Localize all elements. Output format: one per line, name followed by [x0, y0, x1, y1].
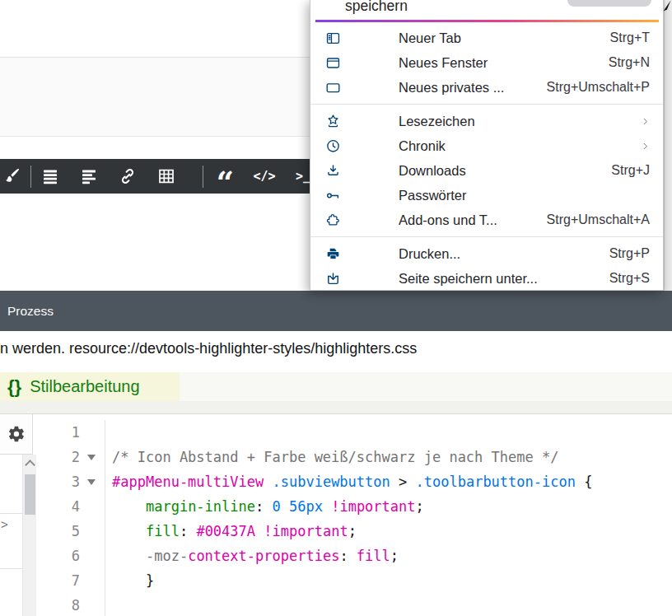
menu-item-bookmarks[interactable]: Lesezeichen	[310, 109, 663, 133]
menu-item-new-window[interactable]: Neues Fenster Strg+N	[310, 50, 663, 75]
fold-gutter	[80, 568, 105, 593]
code-token	[112, 548, 146, 564]
code-line[interactable]: fill: #00437A !important;	[105, 519, 357, 544]
code-token: margin-inline	[146, 498, 255, 515]
menu-separator	[310, 104, 663, 105]
page-right-strip	[664, 0, 672, 291]
editor-toolbar: “ </> >_	[0, 159, 321, 194]
code-token: -moz-	[146, 548, 188, 564]
screen: “ </> >_ Prozess n werden. resource://de…	[0, 0, 672, 616]
code-line[interactable]: -moz-context-properties: fill;	[105, 544, 399, 568]
quote-icon[interactable]: “	[212, 159, 236, 194]
code-line[interactable]: }	[105, 568, 154, 593]
line-number[interactable]: 5	[37, 519, 80, 544]
code-line[interactable]: #appMenu-multiView .subviewbutton > .too…	[105, 469, 592, 494]
menu-header-button[interactable]	[567, 0, 651, 7]
braces-icon: {}	[7, 372, 21, 401]
menu-item-label: Add-ons und T...	[399, 212, 547, 228]
list-item-chevron-icon[interactable]: >	[1, 517, 8, 531]
code-token: .toolbarbutton-icon	[416, 474, 576, 490]
paintbrush-icon[interactable]	[1, 166, 22, 187]
line-number[interactable]: 3	[37, 469, 80, 494]
tab-bar-lower-strip	[0, 401, 672, 414]
toolbar-divider	[30, 166, 31, 188]
gear-icon	[7, 425, 26, 443]
style-editor-pane: > 12/* Icon Abstand + Farbe weiß/schwarz…	[0, 414, 672, 616]
code-row: 4 margin-inline: 0 56px !important;	[37, 494, 672, 519]
fold-marker[interactable]	[80, 445, 105, 469]
private-window-icon	[325, 80, 341, 96]
fold-gutter	[80, 494, 105, 519]
code-token: ;	[348, 523, 357, 539]
menu-item-label: Downloads	[399, 163, 611, 179]
scroll-up-icon[interactable]	[25, 460, 35, 470]
mouse-cursor-icon	[662, 0, 672, 15]
menu-item-print[interactable]: Drucken... Strg+P	[310, 241, 663, 266]
fold-triangle-icon[interactable]	[87, 455, 96, 460]
menu-item-label: Neues Fenster	[399, 55, 609, 71]
menu-item-history[interactable]: Chronik	[310, 133, 663, 158]
code-token: }	[112, 572, 154, 589]
message-row: n werden. resource://devtools-highlighte…	[0, 331, 672, 372]
menu-item-new-tab[interactable]: Neuer Tab Strg+T	[310, 26, 663, 50]
history-clock-icon	[325, 138, 341, 154]
link-icon[interactable]	[117, 166, 138, 187]
list-separator	[0, 513, 22, 514]
code-token: :	[339, 548, 356, 564]
code-token: /* Icon Abstand + Farbe weiß/schwarz je …	[112, 449, 558, 465]
fold-triangle-icon[interactable]	[87, 479, 96, 485]
code-token: {	[576, 474, 592, 490]
settings-button[interactable]	[0, 414, 33, 455]
fold-gutter	[80, 593, 105, 616]
chevron-right-icon	[641, 114, 650, 128]
line-number[interactable]: 2	[37, 445, 80, 469]
menu-item-addons[interactable]: Add-ons und T... Strg+Umschalt+A	[310, 208, 663, 232]
menu-item-downloads[interactable]: Downloads Strg+J	[310, 158, 663, 183]
code-line[interactable]: /* Icon Abstand + Farbe weiß/schwarz je …	[105, 445, 558, 469]
tab-label: Stilbearbeitung	[30, 377, 139, 396]
process-bar: Prozess	[0, 291, 672, 331]
line-number[interactable]: 8	[37, 593, 80, 616]
bookmarks-star-icon	[325, 114, 341, 129]
code-token: 0 56px	[273, 498, 323, 515]
code-editor[interactable]: 12/* Icon Abstand + Farbe weiß/schwarz j…	[37, 414, 672, 616]
code-icon[interactable]: </>	[254, 166, 275, 187]
code-token: fill	[357, 548, 390, 564]
table-icon[interactable]	[156, 166, 177, 187]
fold-marker[interactable]	[80, 469, 105, 494]
menu-header: speichern	[310, 0, 663, 21]
menu-item-new-private-window[interactable]: Neues privates ... Strg+Umschalt+P	[310, 75, 663, 100]
code-token	[112, 498, 146, 515]
align-icon[interactable]	[78, 166, 100, 187]
line-number[interactable]: 1	[37, 420, 80, 445]
menu-item-shortcut: Strg+S	[609, 271, 650, 286]
app-menu-popup: speichern Neuer Tab Strg+T Neues Fenster	[310, 0, 664, 291]
new-window-icon	[325, 55, 341, 71]
scrollbar-thumb[interactable]	[25, 474, 35, 515]
code-line[interactable]	[105, 420, 112, 445]
line-number[interactable]: 6	[37, 544, 80, 568]
tab-style-editor[interactable]: {} Stilbearbeitung	[0, 372, 180, 401]
list-icon[interactable]	[40, 166, 61, 187]
menu-item-passwords[interactable]: Passwörter	[310, 183, 663, 208]
stylesheet-list: >	[0, 455, 22, 616]
code-token: #appMenu-multiView	[112, 474, 264, 490]
menu-item-label: Neues privates ...	[399, 80, 547, 96]
line-number[interactable]: 7	[37, 568, 80, 593]
code-token	[323, 498, 331, 515]
toolbar-divider	[203, 166, 203, 188]
menu-item-save-page[interactable]: Seite speichern unter... Strg+S	[310, 266, 663, 291]
list-scrollbar[interactable]	[22, 455, 36, 616]
code-token: context-properties	[188, 548, 339, 564]
code-token	[264, 474, 272, 490]
process-bar-label: Prozess	[7, 291, 54, 331]
menu-item-shortcut: Strg+J	[611, 163, 650, 178]
code-line[interactable]: margin-inline: 0 56px !important;	[105, 494, 424, 519]
menu-item-label: Drucken...	[399, 246, 609, 262]
chevron-right-icon	[641, 139, 650, 153]
line-number[interactable]: 4	[37, 494, 80, 519]
fold-gutter	[80, 420, 105, 445]
devtools-tab-bar: {} Stilbearbeitung	[0, 372, 672, 401]
code-line[interactable]	[105, 593, 112, 616]
code-token: >	[390, 474, 416, 490]
